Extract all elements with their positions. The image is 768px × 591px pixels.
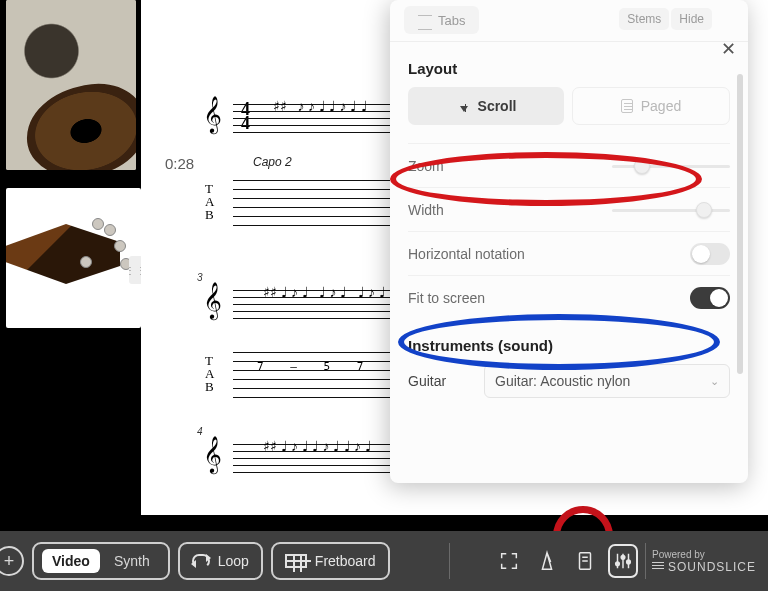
metronome-button[interactable] xyxy=(532,546,562,576)
arrow-down-icon xyxy=(460,106,468,112)
treble-clef-icon: 𝄞 xyxy=(203,96,222,133)
notation-tabs-toggle[interactable]: Tabs xyxy=(404,6,479,34)
hide-button[interactable]: Hide xyxy=(671,8,712,30)
document-icon xyxy=(574,550,596,572)
zoom-slider[interactable] xyxy=(612,158,730,174)
instrument-name: Guitar xyxy=(408,373,472,389)
svg-point-3 xyxy=(627,560,631,564)
treble-clef-icon: 𝄞 xyxy=(203,282,222,319)
fretboard-icon xyxy=(285,554,307,568)
layout-heading: Layout xyxy=(408,60,730,77)
bar-number: 4 xyxy=(197,426,203,437)
bottom-toolbar: + Video Synth Loop Fretboard xyxy=(0,531,768,591)
layout-mode-segment: Scroll Paged xyxy=(408,87,730,125)
tab-clef-label: TAB xyxy=(205,354,214,393)
capo-label: Capo 2 xyxy=(253,155,292,169)
settings-button[interactable] xyxy=(608,546,638,576)
playback-source-toggle[interactable]: Video Synth xyxy=(32,542,170,580)
add-button[interactable]: + xyxy=(0,546,24,576)
instrument-sound-select[interactable]: Guitar: Acoustic nylon ⌄ xyxy=(484,364,730,398)
metronome-icon xyxy=(536,550,558,572)
loop-button[interactable]: Loop xyxy=(178,542,263,580)
tabs-icon xyxy=(418,15,432,25)
playhead-timecode: 0:28 xyxy=(165,155,194,172)
print-button[interactable] xyxy=(570,546,600,576)
horizontal-notation-label: Horizontal notation xyxy=(408,246,525,262)
fullscreen-icon xyxy=(498,550,520,572)
stems-button[interactable]: Stems xyxy=(619,8,669,30)
page-icon xyxy=(621,99,633,113)
loop-icon xyxy=(192,554,210,568)
settings-panel: Tabs Stems Hide ✕ Layout Scroll Paged xyxy=(390,0,748,483)
layout-scroll-button[interactable]: Scroll xyxy=(408,87,564,125)
panel-scrollbar[interactable] xyxy=(737,74,743,374)
video-column: ⋮⋮ xyxy=(0,0,141,515)
mixer-icon xyxy=(612,550,634,572)
notation-notes: ♯♯ ♩ ♪ ♩ ♩ ♪ ♩ ♩ ♪ ♩ xyxy=(263,284,386,301)
fit-to-screen-toggle[interactable] xyxy=(690,287,730,309)
horizontal-notation-toggle[interactable] xyxy=(690,243,730,265)
video-thumb-performer[interactable] xyxy=(6,0,136,170)
treble-clef-icon: 𝄞 xyxy=(203,436,222,473)
instruments-heading: Instruments (sound) xyxy=(408,337,730,354)
bar-number: 3 xyxy=(197,272,203,283)
video-thumb-headstock[interactable] xyxy=(6,188,141,328)
width-label: Width xyxy=(408,202,444,218)
layout-paged-button[interactable]: Paged xyxy=(572,87,730,125)
tabs-label: Tabs xyxy=(438,13,465,28)
notation-notes: ♯♯ ♪ ♪ ♩ ♩ ♪ ♩ ♩ xyxy=(273,98,368,115)
svg-point-1 xyxy=(616,562,620,566)
soundslice-logo-icon xyxy=(652,562,664,572)
fullscreen-button[interactable] xyxy=(494,546,524,576)
fit-to-screen-label: Fit to screen xyxy=(408,290,485,306)
fretboard-button[interactable]: Fretboard xyxy=(271,542,390,580)
chevron-down-icon: ⌄ xyxy=(710,375,719,388)
notation-notes: ♯♯ ♩ ♪ ♩ ♩ ♪ ♩ ♩ ♪ ♩ xyxy=(263,438,372,455)
tab-clef-label: TAB xyxy=(205,182,214,221)
width-slider[interactable] xyxy=(612,202,730,218)
svg-point-2 xyxy=(621,556,625,560)
close-icon[interactable]: ✕ xyxy=(717,34,740,64)
synth-tab[interactable]: Synth xyxy=(104,549,160,573)
powered-by-soundslice[interactable]: Powered by SOUNDSLICE xyxy=(652,549,756,574)
video-tab[interactable]: Video xyxy=(42,549,100,573)
zoom-label: Zoom xyxy=(408,158,444,174)
